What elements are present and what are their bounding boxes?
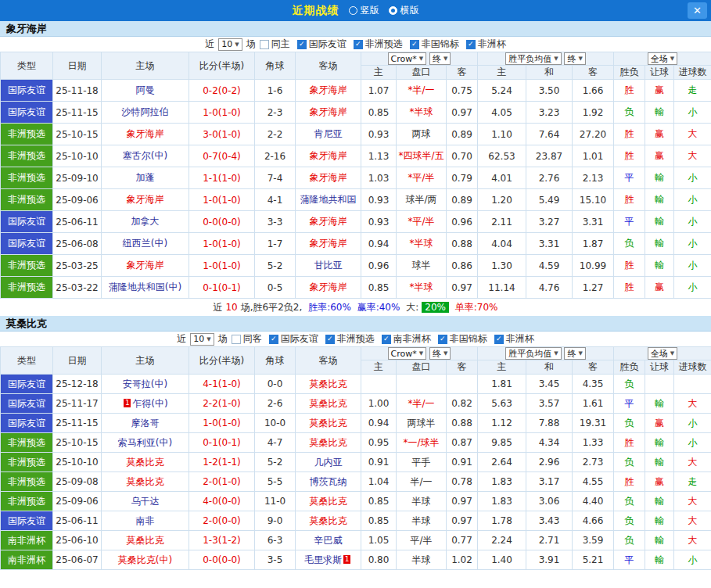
away-team-link[interactable]: 毛里求斯1 bbox=[296, 550, 361, 570]
away-team-link[interactable]: 莫桑比克 bbox=[296, 414, 361, 433]
away-team-link[interactable]: 象牙海岸 bbox=[296, 80, 361, 102]
corners: 0-0 bbox=[255, 375, 296, 394]
home-team-link[interactable]: 蒲隆地共和国(中) bbox=[102, 277, 189, 299]
euro-odds-select[interactable]: 胜平负均值▼ bbox=[505, 52, 561, 65]
home-team-link[interactable]: 安哥拉(中) bbox=[102, 375, 189, 394]
filter-checkbox[interactable]: ✓国际友谊 bbox=[269, 332, 318, 346]
filter-checkbox[interactable]: 同主 bbox=[260, 38, 290, 51]
score-halftime: 0-7(0-4) bbox=[189, 145, 255, 167]
scope-select[interactable]: 全场▼ bbox=[648, 347, 677, 360]
checkbox-unchecked-icon[interactable] bbox=[260, 40, 269, 49]
result-win-draw-loss: 负 bbox=[614, 102, 645, 124]
result-win-draw-loss: 负 bbox=[614, 233, 645, 255]
result-group: 全场▼ bbox=[614, 52, 711, 66]
filter-checkbox[interactable]: 同客 bbox=[232, 332, 262, 346]
checkbox-checked-icon[interactable]: ✓ bbox=[325, 335, 335, 344]
home-team-link[interactable]: 摩洛哥 bbox=[102, 414, 189, 433]
home-team-link[interactable]: 象牙海岸 bbox=[102, 255, 189, 277]
away-team-link[interactable]: 象牙海岸 bbox=[296, 233, 361, 255]
away-team-link[interactable]: 莫桑比克 bbox=[296, 375, 361, 394]
home-team-link[interactable]: 纽西兰(中) bbox=[102, 233, 189, 255]
euro-draw-odds: 3.57 bbox=[526, 394, 573, 414]
away-team-link[interactable]: 辛巴威 bbox=[296, 531, 361, 550]
checkbox-checked-icon[interactable]: ✓ bbox=[297, 40, 307, 49]
home-team-link[interactable]: 莫桑比克 bbox=[102, 472, 189, 492]
home-team-link[interactable]: 莫桑比克 bbox=[102, 453, 189, 472]
bookmaker-select[interactable]: Crow*▼ bbox=[388, 52, 427, 65]
home-team-link[interactable]: 乌干达 bbox=[102, 492, 189, 511]
asian-odds-group: Crow*▼ 终▼ bbox=[361, 347, 478, 360]
away-team-link[interactable]: 莫桑比克 bbox=[296, 492, 361, 511]
filter-checkbox[interactable]: ✓南非洲杯 bbox=[382, 332, 431, 346]
filter-checkbox[interactable]: ✓国际友谊 bbox=[297, 38, 347, 51]
euro-odds-select[interactable]: 胜平负均值▼ bbox=[505, 347, 561, 360]
checkbox-checked-icon[interactable]: ✓ bbox=[410, 40, 419, 49]
checkbox-checked-icon[interactable]: ✓ bbox=[354, 40, 363, 49]
home-team-link[interactable]: 沙特阿拉伯 bbox=[102, 102, 189, 124]
euro-time-select[interactable]: 终▼ bbox=[564, 347, 585, 360]
euro-home-odds: 2.11 bbox=[478, 211, 526, 233]
checkbox-unchecked-icon[interactable] bbox=[232, 335, 241, 344]
scope-select[interactable]: 全场▼ bbox=[648, 52, 677, 65]
home-team-link[interactable]: 索马利亚(中) bbox=[102, 433, 189, 453]
asian-handicap: *半球 bbox=[397, 233, 447, 255]
asian-time-select[interactable]: 终▼ bbox=[429, 347, 451, 360]
away-team-link[interactable]: 象牙海岸 bbox=[296, 167, 361, 189]
away-team-link[interactable]: 象牙海岸 bbox=[296, 277, 361, 299]
away-team-link[interactable]: 甘比亚 bbox=[296, 255, 361, 277]
home-team-link[interactable]: 塞舌尔(中) bbox=[102, 145, 189, 167]
away-team-link[interactable]: 几内亚 bbox=[296, 453, 361, 472]
checkbox-checked-icon[interactable]: ✓ bbox=[494, 335, 504, 344]
filter-checkbox[interactable]: ✓非洲杯 bbox=[466, 38, 506, 51]
score-halftime: 1-0(1-0) bbox=[189, 414, 255, 433]
checkbox-label: 非洲杯 bbox=[506, 332, 534, 346]
match-count-select[interactable]: 10 ▼ bbox=[218, 38, 242, 51]
home-team-link[interactable]: 莫桑比克 bbox=[102, 531, 189, 550]
home-team-link[interactable]: 加拿大 bbox=[102, 211, 189, 233]
match-count-select[interactable]: 10 ▼ bbox=[190, 333, 214, 346]
home-team-link[interactable]: 阿曼 bbox=[102, 80, 189, 102]
filter-checkbox[interactable]: ✓非洲预选 bbox=[325, 332, 375, 346]
away-team-link[interactable]: 莫桑比克 bbox=[296, 511, 361, 531]
checkbox-checked-icon[interactable]: ✓ bbox=[269, 335, 278, 344]
away-team-link[interactable]: 蒲隆地共和国 bbox=[296, 189, 361, 211]
away-team-link[interactable]: 象牙海岸 bbox=[296, 145, 361, 167]
away-team-link[interactable]: 肯尼亚 bbox=[296, 124, 361, 145]
checkbox-label: 非洲预选 bbox=[365, 38, 403, 51]
away-team-link[interactable]: 莫桑比克 bbox=[296, 394, 361, 414]
home-team-link[interactable]: 南非 bbox=[102, 511, 189, 531]
euro-home-odds: 4.01 bbox=[478, 167, 526, 189]
home-team-link[interactable]: 象牙海岸 bbox=[102, 124, 189, 145]
radio-vertical-layout[interactable]: 竖版 bbox=[349, 4, 379, 17]
corners: 0-5 bbox=[255, 277, 296, 299]
away-team-link[interactable]: 莫桑比克 bbox=[296, 433, 361, 453]
match-date: 25-09-08 bbox=[53, 472, 102, 492]
radio-selected-icon[interactable] bbox=[389, 6, 397, 15]
away-team-link[interactable]: 象牙海岸 bbox=[296, 102, 361, 124]
home-team-link[interactable]: 莫桑比克(中) bbox=[102, 550, 189, 570]
result-handicap: 輸 bbox=[645, 550, 674, 570]
home-team-link[interactable]: 象牙海岸 bbox=[102, 189, 189, 211]
home-team-link[interactable]: 1乍得(中) bbox=[102, 394, 189, 414]
checkbox-checked-icon[interactable]: ✓ bbox=[438, 335, 447, 344]
away-team-link[interactable]: 博茨瓦纳 bbox=[296, 472, 361, 492]
filter-checkbox[interactable]: ✓非洲杯 bbox=[494, 332, 534, 346]
euro-time-select[interactable]: 终▼ bbox=[564, 52, 585, 65]
asian-home-odds: 0.85 bbox=[361, 277, 397, 299]
corners: 6-3 bbox=[255, 531, 296, 550]
asian-time-select[interactable]: 终▼ bbox=[429, 52, 451, 65]
bookmaker-select[interactable]: Crow*▼ bbox=[388, 347, 427, 360]
away-team-link[interactable]: 象牙海岸 bbox=[296, 211, 361, 233]
radio-horizontal-layout[interactable]: 横版 bbox=[389, 4, 419, 17]
close-button[interactable]: ✕ bbox=[688, 2, 707, 19]
home-team-link[interactable]: 加蓬 bbox=[102, 167, 189, 189]
filter-checkbox[interactable]: ✓非国锦标 bbox=[410, 38, 459, 51]
filter-checkbox[interactable]: ✓非国锦标 bbox=[438, 332, 487, 346]
radio-unselected-icon[interactable] bbox=[349, 6, 357, 15]
checkbox-checked-icon[interactable]: ✓ bbox=[466, 40, 476, 49]
filter-checkbox[interactable]: ✓非洲预选 bbox=[354, 38, 403, 51]
checkbox-checked-icon[interactable]: ✓ bbox=[382, 335, 391, 344]
euro-away-odds: 19.31 bbox=[573, 414, 614, 433]
result-handicap: 赢 bbox=[645, 124, 674, 145]
match-date: 25-12-18 bbox=[53, 375, 102, 394]
